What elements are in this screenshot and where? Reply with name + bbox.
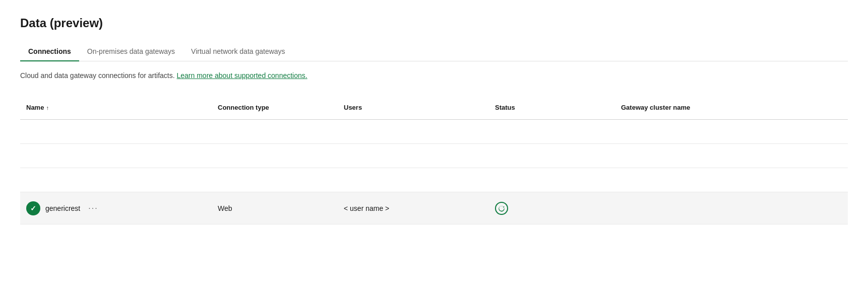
column-connection-type[interactable]: Connection type [212, 100, 338, 115]
users-value: < user name > [344, 204, 389, 212]
column-status[interactable]: Status [489, 100, 615, 115]
connection-name: genericrest [45, 204, 80, 212]
table-row: genericrest ··· Web < user name > [20, 192, 848, 224]
column-name-label: Name [26, 104, 44, 111]
cell-status [489, 198, 615, 219]
sort-arrow-icon: ↑ [46, 105, 49, 111]
page-title: Data (preview) [20, 16, 848, 30]
cell-connection-type: Web [212, 200, 338, 216]
tab-virtual-network[interactable]: Virtual network data gateways [183, 42, 293, 61]
column-connection-type-label: Connection type [218, 104, 269, 111]
tab-connections[interactable]: Connections [20, 42, 79, 61]
column-users-label: Users [344, 104, 362, 111]
description-row: Cloud and data gateway connections for a… [20, 71, 848, 80]
column-status-label: Status [495, 104, 515, 111]
column-gateway-label: Gateway cluster name [621, 104, 690, 111]
learn-more-link[interactable]: Learn more about supported connections. [177, 71, 307, 80]
table-header: Name ↑ Connection type Users Status Gate… [20, 96, 848, 120]
connection-type-value: Web [218, 204, 232, 212]
cell-users: < user name > [338, 200, 489, 216]
column-gateway-cluster-name[interactable]: Gateway cluster name [615, 100, 848, 115]
page-container: Data (preview) Connections On-premises d… [0, 0, 868, 224]
check-icon [26, 201, 40, 215]
empty-row-1 [20, 120, 848, 144]
tab-on-premises[interactable]: On-premises data gateways [79, 42, 183, 61]
column-name[interactable]: Name ↑ [20, 100, 212, 115]
table-body: genericrest ··· Web < user name > [20, 120, 848, 224]
description-text: Cloud and data gateway connections for a… [20, 71, 177, 80]
refresh-status-icon [495, 202, 508, 215]
column-users[interactable]: Users [338, 100, 489, 115]
connections-table: Name ↑ Connection type Users Status Gate… [20, 96, 848, 224]
ellipsis-button[interactable]: ··· [85, 203, 101, 214]
cell-name: genericrest ··· [20, 197, 212, 219]
empty-row-2 [20, 144, 848, 168]
cell-gateway-cluster-name [615, 204, 848, 212]
empty-row-3 [20, 168, 848, 192]
tabs-container: Connections On-premises data gateways Vi… [20, 42, 848, 61]
